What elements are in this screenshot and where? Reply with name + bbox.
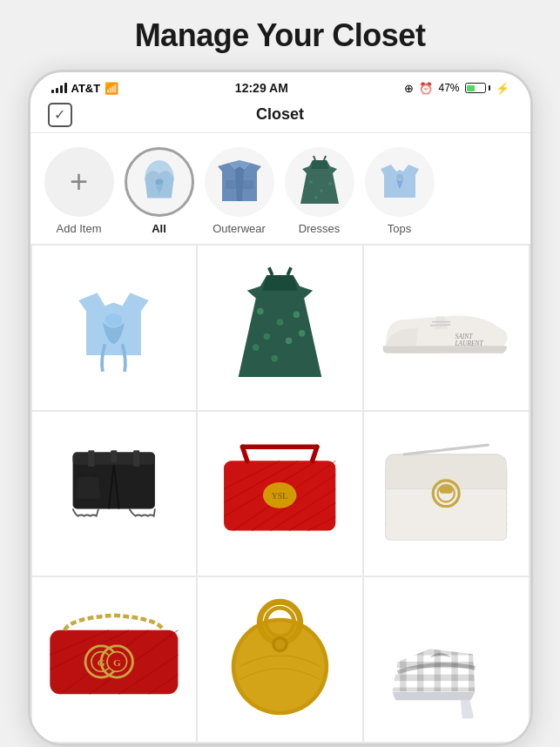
svg-point-9 [314, 196, 318, 199]
svg-text:LAURENT: LAURENT [455, 340, 484, 348]
svg-line-5 [324, 156, 326, 160]
svg-point-20 [299, 330, 306, 337]
svg-rect-29 [133, 450, 139, 467]
carrier-name: AT&T [71, 82, 101, 95]
svg-point-11 [105, 313, 123, 326]
svg-rect-2 [226, 180, 236, 189]
alarm-icon: ⏰ [419, 82, 433, 95]
svg-line-13 [287, 267, 291, 275]
tops-circle [365, 147, 435, 217]
svg-point-14 [257, 308, 264, 315]
battery-tip [489, 85, 490, 91]
round-bag-svg [214, 594, 346, 725]
location-icon: ⊕ [404, 82, 414, 95]
outerwear-circle [205, 147, 274, 217]
ysl-clutch-svg: YSL [210, 432, 349, 555]
battery-body [465, 83, 486, 93]
svg-rect-28 [88, 450, 94, 467]
svg-point-17 [264, 333, 271, 340]
svg-text:G: G [98, 656, 105, 667]
svg-point-7 [320, 189, 323, 192]
add-circle: + [44, 147, 114, 217]
status-left: AT&T 📶 [51, 82, 119, 95]
outerwear-label: Outerwear [213, 222, 266, 235]
shorts-svg [52, 432, 175, 555]
signal-bar-4 [64, 83, 67, 93]
status-time: 12:29 AM [235, 81, 288, 95]
battery-icon [465, 83, 490, 93]
gucci-bag-svg: G G [40, 598, 188, 721]
plus-icon: + [70, 166, 88, 198]
signal-bar-3 [60, 85, 63, 93]
signal-bar-1 [51, 90, 54, 93]
page-title: Manage Your Closet [135, 17, 426, 54]
status-right: ⊕ ⏰ 47% ⚡ [404, 82, 509, 95]
svg-point-16 [293, 311, 300, 318]
grid-cell-heels[interactable] [364, 577, 529, 742]
svg-point-10 [396, 174, 403, 179]
heels-svg [376, 594, 516, 725]
svg-line-12 [269, 267, 273, 275]
svg-text:YSL: YSL [272, 491, 288, 501]
grid-cell-top[interactable] [32, 246, 197, 410]
battery-fill [467, 85, 475, 91]
nav-bar: ✓ Closet [30, 100, 530, 133]
grid-cell-red-clutch[interactable]: YSL [198, 412, 362, 576]
category-all[interactable]: All [125, 147, 194, 235]
add-item-label: Add Item [56, 222, 101, 235]
svg-rect-49 [440, 486, 453, 494]
closet-grid: SAINT LAURENT [30, 244, 530, 744]
all-label: All [152, 222, 166, 235]
svg-text:G: G [113, 656, 121, 667]
sneakers-svg: SAINT LAURENT [372, 270, 520, 385]
tops-label: Tops [388, 222, 411, 235]
category-dresses[interactable]: Dresses [285, 147, 354, 235]
tops-icon-svg [365, 147, 435, 217]
category-tops[interactable]: Tops [365, 147, 435, 235]
svg-point-21 [271, 355, 278, 362]
wifi-icon: 📶 [105, 82, 118, 95]
svg-rect-3 [243, 180, 253, 189]
grid-cell-shorts[interactable] [32, 412, 197, 576]
svg-line-4 [314, 156, 315, 160]
battery-percent: 47% [438, 82, 459, 94]
svg-point-18 [286, 338, 293, 345]
device-frame: AT&T 📶 12:29 AM ⊕ ⏰ 47% ⚡ ✓ Closet [28, 70, 533, 746]
svg-point-19 [253, 344, 260, 351]
category-add[interactable]: + Add Item [44, 147, 114, 235]
svg-point-8 [328, 182, 332, 185]
all-icon-svg [127, 150, 192, 214]
svg-line-23 [430, 325, 450, 326]
checkbox-button[interactable]: ✓ [48, 103, 72, 127]
svg-point-6 [309, 180, 313, 184]
outerwear-icon-svg [205, 147, 274, 217]
grid-cell-yellow-bag[interactable] [198, 577, 362, 742]
dresses-circle [285, 147, 354, 217]
grid-cell-dress[interactable] [198, 246, 362, 410]
status-bar: AT&T 📶 12:29 AM ⊕ ⏰ 47% ⚡ [30, 72, 530, 100]
dresses-icon-svg [285, 147, 354, 217]
svg-point-1 [155, 178, 163, 185]
chloe-bag-svg [376, 432, 516, 555]
signal-bars [51, 83, 67, 93]
charging-icon: ⚡ [496, 82, 509, 95]
page-wrapper: Manage Your Closet AT&T 📶 12:29 AM ⊕ ⏰ 4… [0, 0, 560, 747]
svg-point-15 [277, 319, 284, 326]
floral-dress-svg [214, 262, 346, 394]
svg-rect-30 [111, 450, 117, 462]
category-outerwear[interactable]: Outerwear [205, 147, 274, 235]
crop-top-svg [48, 262, 179, 394]
category-bar: + Add Item All [30, 133, 530, 244]
svg-point-70 [275, 639, 286, 649]
all-circle [125, 147, 194, 217]
svg-line-46 [404, 445, 488, 454]
nav-title: Closet [256, 105, 304, 124]
grid-cell-white-bag[interactable] [364, 412, 529, 576]
grid-cell-gucci-bag[interactable]: G G [32, 577, 197, 742]
grid-cell-sneakers[interactable]: SAINT LAURENT [364, 246, 529, 410]
signal-bar-2 [56, 88, 58, 93]
dresses-label: Dresses [299, 222, 341, 235]
